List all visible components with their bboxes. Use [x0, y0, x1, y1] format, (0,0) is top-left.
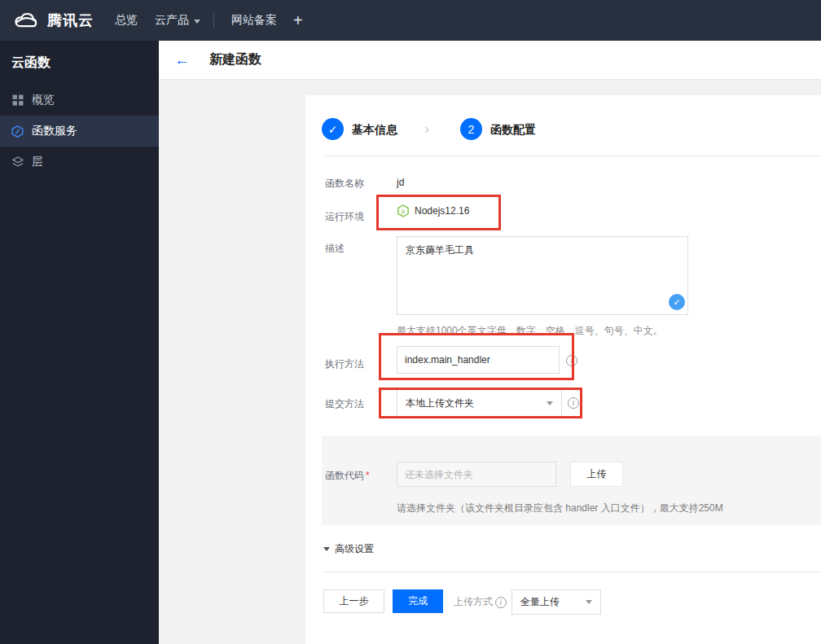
runtime-value-group: js Nodejs12.16: [397, 204, 469, 217]
description-hint: 最大支持1000个英文字母、数字、空格、逗号、句号、中文。: [397, 324, 663, 338]
nodejs-icon: js: [397, 204, 410, 217]
back-arrow-button[interactable]: ←: [174, 52, 190, 68]
chevron-down-icon: [547, 401, 553, 405]
sidebar-item-overview[interactable]: 概览: [0, 85, 159, 116]
page-title: 新建函数: [209, 51, 261, 68]
function-code-section: 函数代码* 上传 请选择文件夹（该文件夹根目录应包含 handler 入口文件）…: [322, 436, 821, 525]
runtime-value: Nodejs12.16: [415, 205, 469, 217]
submit-method-value: 本地上传文件夹: [406, 396, 474, 410]
nav-item-overview[interactable]: 总览: [115, 0, 138, 41]
advanced-settings-toggle[interactable]: 高级设置: [323, 542, 374, 556]
nav-divider: [213, 13, 214, 28]
nav-item-cloud-products[interactable]: 云产品: [155, 0, 200, 41]
info-icon[interactable]: [495, 597, 507, 608]
step1-indicator[interactable]: ✓: [322, 118, 344, 140]
brand-name: 腾讯云: [47, 11, 94, 30]
submit-method-label: 提交方法: [325, 397, 393, 411]
grid-icon: [11, 94, 24, 107]
chevron-down-icon: [586, 600, 592, 604]
create-function-card: ✓ 基本信息 › 2 函数配置 函数名称 jd 运行环境 js Nodejs12…: [305, 95, 821, 644]
function-name-label: 函数名称: [325, 177, 393, 191]
info-icon[interactable]: [568, 397, 579, 409]
step2-label: 函数配置: [490, 123, 536, 138]
function-code-label: 函数代码*: [325, 469, 370, 483]
info-icon[interactable]: [566, 355, 577, 366]
sidebar-product-title: 云函数: [0, 41, 159, 85]
steps-divider: [325, 156, 821, 156]
handler-input[interactable]: [397, 346, 560, 374]
tencent-cloud-logo-icon: [11, 11, 41, 30]
required-asterisk: *: [366, 470, 370, 481]
folder-path-input[interactable]: [397, 462, 556, 487]
previous-step-button[interactable]: 上一步: [323, 589, 384, 613]
description-label: 描述: [325, 242, 393, 256]
layers-icon: [11, 156, 24, 169]
upload-button[interactable]: 上传: [570, 462, 623, 487]
handler-label: 执行方法: [325, 357, 393, 371]
upload-mode-select[interactable]: 全量上传: [511, 589, 601, 615]
chevron-down-icon: [194, 20, 200, 24]
complete-button[interactable]: 完成: [393, 589, 443, 613]
scf-hexagon-icon: [11, 125, 24, 138]
step2-indicator: 2: [460, 118, 482, 140]
sidebar: 云函数 概览 函数服务 层: [0, 41, 159, 644]
page-header: ← 新建函数: [159, 41, 821, 80]
sidebar-item-label: 层: [32, 155, 43, 169]
brand-logo-link[interactable]: 腾讯云: [11, 0, 94, 41]
function-name-value: jd: [397, 177, 404, 188]
upload-mode-value: 全量上传: [520, 595, 560, 609]
sidebar-item-label: 概览: [32, 93, 55, 107]
check-icon: ✓: [328, 123, 338, 136]
footer-divider: [323, 572, 821, 572]
nav-item-icp-filing[interactable]: 网站备案: [231, 0, 277, 41]
sidebar-item-layers[interactable]: 层: [0, 147, 159, 177]
description-textarea[interactable]: 京东薅羊毛工具: [397, 236, 688, 315]
svg-text:js: js: [401, 208, 406, 215]
sidebar-item-function-service[interactable]: 函数服务: [0, 116, 159, 147]
upload-mode-label: 上传方式: [454, 595, 507, 609]
top-navbar: 腾讯云 总览 云产品 网站备案 +: [0, 0, 821, 41]
chevron-right-icon: ›: [424, 120, 429, 138]
step2-number: 2: [468, 123, 475, 136]
nav-add-tab-button[interactable]: +: [293, 0, 303, 41]
submit-method-select[interactable]: 本地上传文件夹: [397, 389, 562, 417]
sidebar-item-label: 函数服务: [32, 124, 77, 138]
advanced-settings-label: 高级设置: [335, 542, 374, 556]
function-code-hint: 请选择文件夹（该文件夹根目录应包含 handler 入口文件），最大支持250M: [397, 502, 723, 515]
triangle-down-icon: [323, 547, 330, 551]
step1-label: 基本信息: [352, 123, 397, 138]
runtime-label: 运行环境: [325, 210, 393, 224]
valid-check-icon: ✓: [669, 294, 685, 310]
